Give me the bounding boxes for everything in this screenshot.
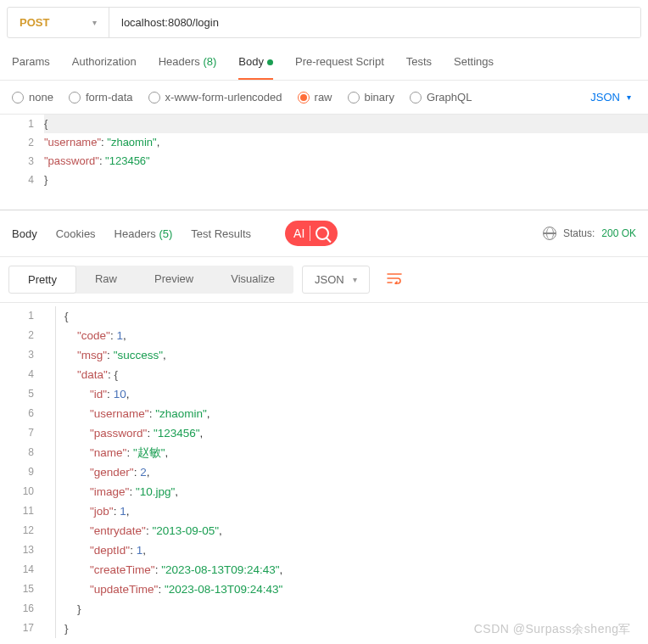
body-type-none-label: none [29, 91, 53, 104]
code-token: "id" [90, 388, 107, 400]
code-token: 1 [116, 329, 123, 342]
body-type-formdata[interactable]: form-data [69, 91, 133, 104]
fold-gutter[interactable] [44, 501, 56, 521]
url-input[interactable] [109, 8, 640, 37]
code-content: "username": "zhaomin", [64, 404, 648, 423]
line-number: 10 [0, 482, 44, 501]
code-token: "entrydate" [90, 524, 146, 537]
tab-settings[interactable]: Settings [454, 55, 494, 80]
code-token: "赵敏" [133, 446, 165, 459]
tab-params[interactable]: Params [12, 55, 50, 80]
request-body-editor[interactable]: 1{ 2"username": "zhaomin", 3"password": … [0, 114, 648, 189]
code-token: , [147, 466, 150, 479]
wrap-lines-button[interactable] [378, 267, 411, 293]
fold-gutter[interactable] [44, 306, 56, 326]
tab-tests[interactable]: Tests [406, 55, 432, 80]
view-tab-raw[interactable]: Raw [76, 266, 136, 294]
body-type-binary[interactable]: binary [348, 91, 394, 104]
fold-gutter[interactable] [44, 443, 56, 462]
resp-tab-testresults[interactable]: Test Results [191, 227, 251, 240]
response-body-viewer[interactable]: 1{2 "code": 1,3 "msg": "success",4 "data… [0, 303, 648, 638]
fold-gutter[interactable] [44, 560, 56, 580]
response-line: 12 "entrydate": "2013-09-05", [0, 521, 648, 540]
status-code: 200 OK [601, 227, 636, 239]
fold-gutter[interactable] [44, 365, 56, 384]
fold-gutter[interactable] [44, 423, 56, 443]
radio-icon [298, 92, 310, 104]
code-content: "job": 1, [64, 501, 648, 521]
code-token: } [64, 622, 69, 635]
fold-gutter[interactable] [44, 540, 56, 560]
fold-gutter[interactable] [44, 345, 56, 365]
fold-gutter[interactable] [44, 326, 56, 345]
tab-body[interactable]: Body [238, 55, 273, 80]
code-content: } [64, 599, 648, 619]
method-select[interactable]: POST ▾ [8, 8, 109, 37]
response-line: 15 "updateTime": "2023-08-13T09:24:43" [0, 580, 648, 599]
view-tab-preview[interactable]: Preview [136, 266, 212, 294]
fold-gutter[interactable] [44, 580, 56, 599]
line-number: 5 [0, 384, 44, 404]
code-content: "code": 1, [64, 326, 648, 345]
method-label: POST [20, 16, 49, 29]
line-number: 6 [0, 404, 44, 423]
body-type-none[interactable]: none [12, 91, 53, 104]
fold-gutter[interactable] [44, 619, 56, 638]
view-tab-pretty[interactable]: Pretty [8, 266, 76, 294]
code-token: , [142, 544, 146, 557]
fold-gutter[interactable] [44, 384, 56, 404]
line-number: 8 [0, 443, 44, 462]
code-token: "zhaomin" [155, 407, 207, 420]
code-content: "image": "10.jpg", [64, 482, 648, 501]
tab-headers[interactable]: Headers (8) [159, 55, 217, 80]
code-token: : [129, 485, 136, 498]
body-type-graphql[interactable]: GraphQL [410, 91, 472, 104]
line-number: 17 [0, 619, 44, 638]
body-type-urlencoded[interactable]: x-www-form-urlencoded [148, 91, 282, 104]
response-format-select[interactable]: JSON ▾ [302, 266, 370, 294]
line-number: 4 [0, 365, 44, 384]
body-active-dot-icon [267, 59, 273, 65]
response-line: 3 "msg": "success", [0, 345, 648, 365]
code-token: "123456" [105, 154, 150, 167]
code-token: : [114, 505, 120, 518]
code-token: 1 [120, 505, 126, 518]
code-content: "gender": 2, [64, 462, 648, 482]
chevron-down-icon: ▾ [92, 18, 97, 27]
fold-gutter[interactable] [44, 599, 56, 619]
code-content: "updateTime": "2023-08-13T09:24:43" [64, 580, 648, 599]
raw-language-select[interactable]: JSON ▾ [590, 91, 636, 104]
radio-icon [69, 92, 81, 104]
globe-icon[interactable] [543, 227, 556, 240]
code-token: "updateTime" [90, 583, 158, 596]
code-token: "password" [90, 427, 147, 440]
fold-gutter[interactable] [44, 462, 56, 482]
code-token: "data" [77, 368, 108, 381]
code-token: , [165, 446, 168, 459]
radio-icon [148, 92, 160, 104]
resp-tab-cookies[interactable]: Cookies [56, 227, 96, 240]
code-token: { [64, 310, 69, 322]
code-token: "username" [90, 407, 149, 420]
view-tab-visualize[interactable]: Visualize [212, 266, 293, 294]
body-type-raw[interactable]: raw [298, 91, 332, 104]
status-info: Status: 200 OK [543, 227, 636, 240]
line-number: 1 [0, 306, 44, 326]
code-token: "msg" [77, 349, 107, 361]
response-line: 4 "data": { [0, 365, 648, 384]
fold-gutter[interactable] [44, 482, 56, 501]
code-content: "name": "赵敏", [64, 443, 648, 462]
resp-headers-count: (5) [159, 227, 172, 240]
code-token: : [126, 446, 133, 459]
resp-tab-body[interactable]: Body [12, 227, 37, 240]
fold-gutter[interactable] [44, 521, 56, 540]
fold-gutter[interactable] [44, 404, 56, 423]
ai-search-overlay[interactable]: AI [285, 221, 338, 246]
resp-tab-headers[interactable]: Headers (5) [115, 227, 173, 240]
code-token: , [207, 407, 210, 420]
code-token: 2 [140, 466, 147, 479]
body-type-graphql-label: GraphQL [427, 91, 472, 104]
code-token: : [158, 583, 165, 596]
tab-prerequest[interactable]: Pre-request Script [295, 55, 384, 80]
tab-authorization[interactable]: Authorization [72, 55, 137, 80]
